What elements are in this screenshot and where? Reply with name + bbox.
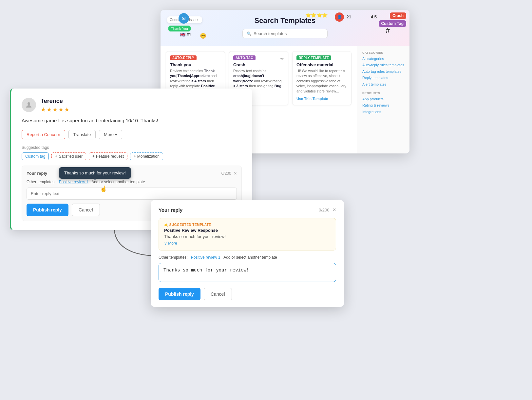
brp-buttons: Publish reply Cancel [159, 288, 336, 300]
deco-num-21: 21 [347, 14, 351, 19]
brp-suggested-template: 🤙 SUGGESTED TEMPLATE Positive Review Res… [159, 218, 336, 250]
publish-reply-button[interactable]: Publish reply [27, 204, 68, 216]
sidebar-all-categories[interactable]: All categories [362, 56, 404, 61]
search-templates-title: Search Templates [168, 16, 402, 25]
brp-title: Your reply [159, 207, 182, 213]
card-desc-offensive: Hi! We would like to report this review … [296, 69, 347, 94]
deco-avatar1: ✉ [179, 13, 189, 24]
bottom-reply-panel: Your reply 0/200 × 🤙 SUGGESTED TEMPLATE … [151, 200, 344, 307]
sidebar-integrations[interactable]: Integrations [362, 110, 404, 114]
your-reply-header: Your reply 0/200 × [27, 170, 237, 176]
brp-other-prefix: Other templates: [159, 255, 188, 260]
search-icon: 🔍 [247, 31, 252, 36]
report-concern-button[interactable]: Report a Concern [22, 130, 65, 139]
cancel-button[interactable]: Cancel [72, 204, 100, 216]
deco-crash-badge: Crash [390, 12, 406, 19]
search-bar-container[interactable]: 🔍 [242, 29, 328, 38]
reviewer-avatar [22, 98, 36, 112]
brp-right: 0/200 × [319, 207, 336, 213]
brp-other-templates: Other templates: Positive review 1 Add o… [159, 255, 336, 260]
brp-textarea[interactable]: Thanks so much for your review! [159, 263, 336, 282]
deco-flag: 🇬🇧 #1 [180, 32, 191, 37]
tag-feature-label: Feature request [96, 154, 124, 159]
deco-avatar2: 👤 [335, 12, 344, 22]
tag-satisfied-user[interactable]: + Satisfied user [51, 152, 86, 160]
more-button[interactable]: More ▾ [99, 130, 122, 139]
tag-monetization-label: Monetization [137, 154, 160, 159]
card-title-thankyou: Thank you [170, 62, 221, 67]
eye-icon: 👁 [280, 57, 284, 61]
sidebar-auto-reply[interactable]: Auto-reply rules templates [362, 63, 404, 68]
categories-section: CATEGORIES All categories Auto-reply rul… [362, 51, 404, 87]
tag-satisfied-label: Satisfied user [59, 154, 83, 159]
tag-feature-request[interactable]: + Feature request [89, 152, 127, 160]
deco-slack-icon: # [386, 26, 390, 35]
deco-rating: 4.5 [371, 14, 377, 19]
sidebar-auto-tag[interactable]: Auto-tag rules templates [362, 69, 404, 74]
char-count: 0/200 [221, 171, 231, 176]
search-templates-input[interactable] [254, 31, 323, 36]
brp-suggested-title: Positive Review Response [164, 228, 331, 233]
badge-auto-tag: AUTO-TAG [233, 55, 256, 60]
use-template-offensive-link[interactable]: Use This Template [296, 97, 328, 101]
sidebar-reply-templates[interactable]: Reply templates [362, 75, 404, 80]
tags-row: Custom tag + Satisfied user + Feature re… [22, 152, 242, 160]
close-icon-reply[interactable]: × [234, 170, 237, 176]
brp-template-link[interactable]: Positive review 1 [191, 255, 220, 260]
brp-header: Your reply 0/200 × [159, 207, 336, 213]
plus-icon-monetization: + [134, 154, 136, 159]
reviewer-info: Terence ★★★★★ [41, 98, 242, 113]
your-reply-title: Your reply [27, 171, 47, 176]
template-link-positive-review[interactable]: Positive review 1 [59, 180, 88, 184]
badge-auto-reply: AUTO-REPLY [170, 55, 197, 60]
plus-icon-satisfied: + [55, 154, 57, 159]
tooltip-bubble: Thanks so much for your review! [59, 167, 131, 179]
other-templates-prefix: Other templates: [27, 180, 56, 184]
deco-star-emoji: ⭐⭐⭐⭐ [305, 12, 328, 18]
badge-reply-template: REPLY TEMPLATE [296, 55, 331, 60]
brp-add-template[interactable]: Add or select another template [223, 255, 277, 260]
st-header: Connection Issues Thank You 🇬🇧 #1 ✉ 😊 👤 … [161, 10, 409, 46]
svg-point-0 [28, 102, 30, 105]
sidebar-rating-reviews[interactable]: Rating & reviews [362, 103, 404, 108]
categories-label: CATEGORIES [362, 51, 404, 54]
translate-button[interactable]: Translate [68, 130, 96, 139]
other-templates-row: Other templates: Positive review 1 Add o… [27, 180, 237, 184]
card-desc-crash: Review text contains crash|bug|doesn't w… [233, 69, 284, 89]
reviewer-row: Terence ★★★★★ [22, 98, 242, 113]
brp-more-link[interactable]: ∨ More [164, 241, 331, 246]
deco-emoji1: 😊 [200, 33, 206, 39]
products-label: PRODUCTS [362, 91, 404, 95]
action-buttons: Report a Concern Translate More ▾ [22, 130, 242, 139]
add-template-link[interactable]: Add or select another template [91, 180, 145, 184]
brp-suggested-label: 🤙 SUGGESTED TEMPLATE [164, 223, 331, 227]
reviewer-name: Terence [41, 98, 242, 105]
brp-cancel-button[interactable]: Cancel [204, 288, 232, 300]
star-rating: ★★★★★ [41, 106, 242, 113]
st-sidebar: CATEGORIES All categories Auto-reply rul… [357, 46, 409, 153]
sidebar-alert-templates[interactable]: Alert templates [362, 82, 404, 87]
brp-char-count: 0/200 [319, 208, 330, 212]
card-title-offensive: Offensive material [296, 62, 347, 67]
template-card-offensive[interactable]: REPLY TEMPLATE Offensive material Hi! We… [292, 51, 352, 105]
deco-custom-tag-badge: Custom Tag [379, 20, 406, 27]
sidebar-app-products[interactable]: App products [362, 97, 404, 102]
suggested-tags-label: Suggested tags [22, 145, 242, 150]
review-text: Awesome game It is super fun and enterta… [22, 117, 242, 125]
card-title-crash: Crash [233, 62, 284, 67]
deco-thankyou: Thank You [168, 26, 191, 31]
plus-icon-feature: + [92, 154, 95, 159]
tag-custom[interactable]: Custom tag [22, 152, 49, 160]
reply-input[interactable] [27, 188, 237, 200]
brp-publish-button[interactable]: Publish reply [159, 288, 200, 300]
tag-monetization[interactable]: + Monetization [130, 152, 163, 160]
products-section: PRODUCTS App products Rating & reviews I… [362, 91, 404, 114]
brp-suggested-text: Thanks so much for your review! [164, 234, 331, 239]
brp-close-icon[interactable]: × [332, 207, 336, 213]
